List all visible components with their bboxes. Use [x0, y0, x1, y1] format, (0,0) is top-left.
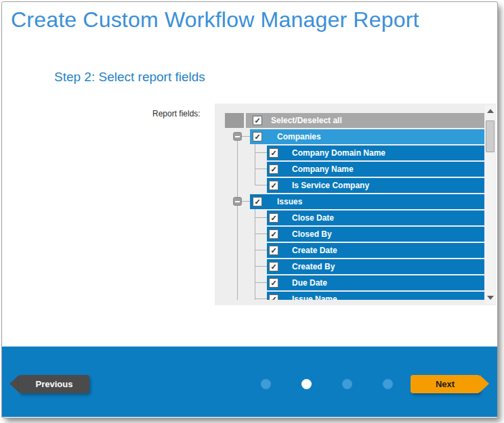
created-by-row[interactable]: ✓Created By [225, 259, 484, 274]
page-title: Create Custom Workflow Manager Report [11, 7, 419, 32]
next-button-arrow-icon [480, 375, 489, 393]
issues-group-row[interactable]: ✓Issues [225, 194, 484, 209]
collapse-companies-icon[interactable] [233, 132, 242, 141]
close-date-row[interactable]: ✓Close Date [225, 210, 484, 225]
scroll-down-icon[interactable] [487, 296, 494, 300]
issue-name-checkbox[interactable]: ✓ [269, 294, 278, 300]
create-date-label: Create Date [292, 246, 337, 255]
due-date-row-bar[interactable]: ✓Due Date [267, 275, 484, 290]
company-name-row-bar[interactable]: ✓Company Name [267, 162, 484, 177]
closed-by-label: Closed By [292, 229, 332, 239]
issue-name-row-bar[interactable]: ✓Issue Name [267, 292, 484, 300]
wizard-step-indicator [261, 379, 393, 389]
next-button[interactable]: Next [411, 375, 480, 393]
is-service-company-row-bar[interactable]: ✓Is Service Company [267, 178, 484, 193]
select-all-row-bar[interactable]: ✓Select/Deselect all [246, 113, 484, 128]
company-name-row[interactable]: ✓Company Name [225, 162, 484, 177]
collapse-issues-icon[interactable] [233, 197, 242, 206]
wizard-footer: Previous Next [2, 347, 497, 417]
vertical-scrollbar[interactable] [485, 105, 495, 304]
companies-row-bar[interactable]: ✓Companies [250, 129, 484, 144]
created-by-row-bar[interactable]: ✓Created By [267, 259, 484, 274]
company-domain-name-row[interactable]: ✓Company Domain Name [225, 146, 484, 160]
report-fields-label: Report fields: [152, 109, 201, 118]
close-date-checkbox[interactable]: ✓ [269, 213, 278, 223]
company-name-label: Company Name [292, 164, 354, 174]
scroll-up-icon[interactable] [487, 109, 494, 113]
issue-name-label: Issue Name [292, 294, 337, 300]
step-dot-3 [342, 379, 352, 389]
scrollbar-thumb[interactable] [486, 120, 495, 152]
wizard-window: Create Custom Workflow Manager Report St… [1, 1, 498, 418]
company-domain-name-label: Company Domain Name [292, 148, 385, 158]
company-name-checkbox[interactable]: ✓ [269, 164, 278, 174]
select-all-row[interactable]: ✓Select/Deselect all [225, 113, 484, 128]
due-date-checkbox[interactable]: ✓ [269, 278, 278, 288]
create-date-row[interactable]: ✓Create Date [225, 243, 484, 258]
select-all-checkbox[interactable]: ✓ [253, 116, 262, 125]
select-all-label: Select/Deselect all [271, 116, 342, 125]
issues-row-bar[interactable]: ✓Issues [250, 194, 484, 209]
closed-by-row[interactable]: ✓Closed By [225, 227, 484, 242]
step-heading: Step 2: Select report fields [54, 70, 205, 85]
close-date-row-bar[interactable]: ✓Close Date [267, 210, 484, 225]
issues-checkbox[interactable]: ✓ [253, 197, 262, 206]
closed-by-checkbox[interactable]: ✓ [269, 229, 278, 239]
create-date-row-bar[interactable]: ✓Create Date [267, 243, 484, 258]
create-date-checkbox[interactable]: ✓ [269, 246, 278, 255]
companies-checkbox[interactable]: ✓ [253, 132, 262, 141]
previous-button-label: Previous [36, 379, 73, 389]
created-by-checkbox[interactable]: ✓ [269, 262, 278, 271]
closed-by-row-bar[interactable]: ✓Closed By [267, 227, 484, 242]
report-fields-tree: ✓Select/Deselect all✓Companies✓Company D… [225, 113, 484, 300]
report-fields-listbox: ✓Select/Deselect all✓Companies✓Company D… [215, 104, 496, 305]
is-service-company-checkbox[interactable]: ✓ [269, 181, 278, 190]
close-date-label: Close Date [292, 213, 334, 223]
step-dot-4 [383, 379, 393, 389]
due-date-label: Due Date [292, 278, 327, 288]
company-domain-name-checkbox[interactable]: ✓ [269, 148, 278, 158]
next-button-label: Next [436, 379, 455, 389]
created-by-label: Created By [292, 262, 335, 271]
expander-column-header-cell [225, 113, 244, 128]
step-dot-2-active [301, 379, 312, 389]
due-date-row[interactable]: ✓Due Date [225, 275, 484, 290]
is-service-company-row[interactable]: ✓Is Service Company [225, 178, 484, 193]
companies-group-row[interactable]: ✓Companies [225, 129, 484, 144]
step-dot-1 [261, 379, 271, 389]
issues-label: Issues [277, 197, 302, 206]
companies-label: Companies [277, 132, 321, 141]
is-service-company-label: Is Service Company [292, 181, 369, 190]
issue-name-row[interactable]: ✓Issue Name [225, 292, 484, 300]
previous-button-arrow-icon [9, 375, 19, 393]
company-domain-name-row-bar[interactable]: ✓Company Domain Name [267, 146, 484, 160]
previous-button[interactable]: Previous [19, 375, 89, 393]
